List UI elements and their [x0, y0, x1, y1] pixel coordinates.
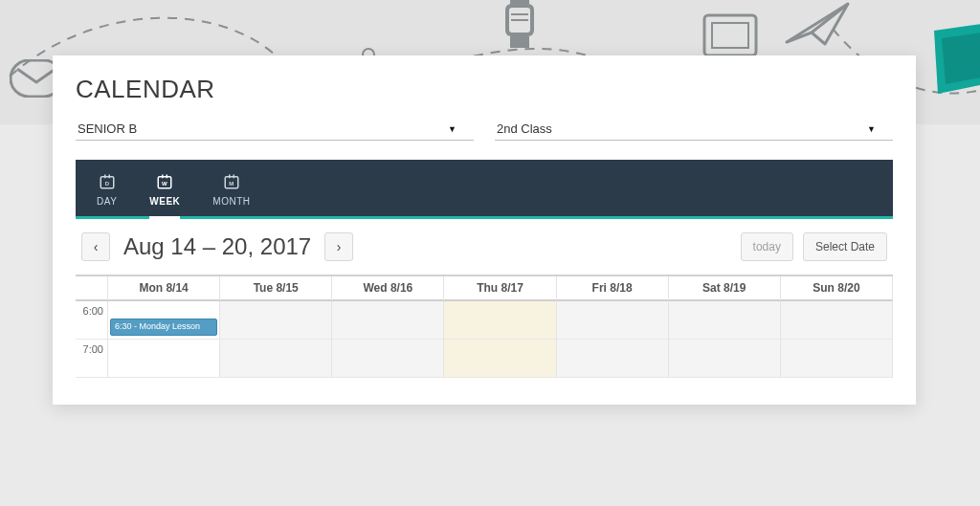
prev-button[interactable]: ‹ — [81, 232, 110, 261]
svg-rect-16 — [108, 175, 110, 179]
calendar-cell[interactable]: 6:30 - Monday Lesson — [108, 301, 220, 340]
level-select-value: SENIOR B — [78, 121, 137, 136]
view-tabs: D DAY W WEEK M MONTH — [76, 160, 893, 219]
svg-text:D: D — [104, 181, 109, 187]
select-date-button[interactable]: Select Date — [803, 232, 887, 261]
svg-rect-19 — [162, 175, 164, 179]
tab-week[interactable]: W WEEK — [149, 173, 180, 219]
calendar-cell[interactable] — [220, 301, 332, 340]
day-header: Thu 8/17 — [444, 276, 556, 301]
svg-rect-6 — [511, 19, 528, 21]
svg-marker-12 — [942, 33, 980, 84]
watch-icon — [496, 0, 544, 50]
class-select-value: 2nd Class — [497, 121, 552, 136]
calendar-cell[interactable] — [781, 301, 893, 340]
time-slot-label: 6:00 — [76, 301, 108, 340]
calendar-cell[interactable] — [669, 340, 781, 378]
day-header: Tue 8/15 — [220, 276, 332, 301]
day-header: Sat 8/19 — [669, 276, 781, 301]
day-header: Mon 8/14 — [108, 276, 220, 301]
today-button[interactable]: today — [741, 232, 793, 261]
calendar-cell[interactable] — [781, 340, 893, 378]
date-navigation: ‹ Aug 14 – 20, 2017 › today Select Date — [76, 219, 893, 275]
svg-text:W: W — [162, 181, 167, 187]
svg-rect-5 — [511, 13, 528, 15]
tab-week-label: WEEK — [149, 196, 180, 207]
calendar-cell[interactable] — [557, 340, 669, 378]
filter-row: SENIOR B ▼ 2nd Class ▼ — [76, 118, 893, 141]
tab-month-label: MONTH — [212, 196, 250, 207]
calendar-day-icon: D — [99, 173, 116, 190]
calendar-cell[interactable] — [444, 340, 556, 378]
chevron-down-icon: ▼ — [867, 124, 876, 134]
tab-month[interactable]: M MONTH — [212, 173, 250, 216]
time-slot-label: 7:00 — [76, 340, 108, 378]
calendar-event[interactable]: 6:30 - Monday Lesson — [110, 319, 217, 336]
date-range-label: Aug 14 – 20, 2017 — [123, 233, 311, 260]
calendar-month-icon: M — [223, 173, 240, 190]
svg-rect-24 — [233, 175, 234, 179]
svg-rect-3 — [510, 0, 529, 4]
tab-day-label: DAY — [97, 196, 117, 207]
svg-rect-20 — [167, 175, 168, 179]
calendar-cell[interactable] — [557, 301, 669, 340]
svg-rect-8 — [712, 23, 748, 48]
svg-text:M: M — [229, 181, 234, 187]
chevron-left-icon: ‹ — [94, 239, 99, 254]
page-title: CALENDAR — [76, 75, 893, 104]
calendar-cell[interactable] — [669, 301, 781, 340]
calendar-cell[interactable] — [220, 340, 332, 378]
calendar-grid: Mon 8/14 Tue 8/15 Wed 8/16 Thu 8/17 Fri … — [76, 275, 893, 378]
calendar-cell[interactable] — [332, 340, 444, 378]
green-shape-icon — [926, 23, 980, 99]
calendar-cell[interactable] — [108, 340, 220, 378]
day-header: Wed 8/16 — [332, 276, 444, 301]
day-header: Sun 8/20 — [781, 276, 893, 301]
calendar-panel: CALENDAR SENIOR B ▼ 2nd Class ▼ D DAY W … — [53, 55, 916, 405]
svg-rect-15 — [104, 175, 106, 179]
calendar-week-icon: W — [156, 173, 173, 190]
day-header: Fri 8/18 — [557, 276, 669, 301]
time-column-header — [76, 276, 108, 301]
chevron-down-icon: ▼ — [448, 124, 457, 134]
class-select[interactable]: 2nd Class ▼ — [495, 118, 893, 141]
svg-rect-23 — [229, 175, 231, 179]
calendar-cell[interactable] — [332, 301, 444, 340]
level-select[interactable]: SENIOR B ▼ — [76, 118, 474, 141]
chevron-right-icon: › — [337, 239, 342, 254]
next-button[interactable]: › — [324, 232, 353, 261]
svg-rect-4 — [510, 36, 529, 48]
calendar-cell[interactable] — [444, 301, 556, 340]
tab-day[interactable]: D DAY — [97, 173, 117, 216]
tablet-icon — [702, 13, 758, 57]
